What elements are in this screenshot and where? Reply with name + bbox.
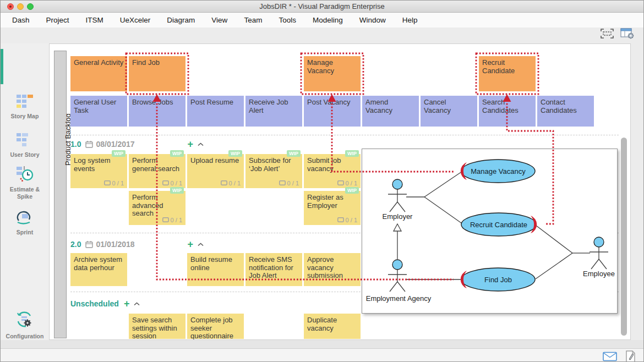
wip-badge: WIP — [112, 150, 125, 157]
menu-bar: Dash Project ITSM UeXceler Diagram View … — [1, 13, 643, 28]
sidebar-item-sprint[interactable]: Sprint — [1, 209, 49, 236]
task-card[interactable]: Browse Jobs — [129, 96, 185, 127]
sprint-1-header: 1.0 08/01/2017 + — [70, 139, 204, 150]
task-card[interactable]: Receive Job Alert — [245, 96, 302, 127]
task-counter: 0 / 1 — [162, 217, 182, 223]
story-card[interactable]: WIP Submit job vacancy 0 / 1 — [304, 154, 361, 188]
story-card[interactable]: WIP Perform advanced search 0 / 1 — [129, 191, 185, 225]
story-card[interactable]: WIP Register as Employer 0 / 1 — [304, 191, 361, 225]
use-case-diagram-panel[interactable]: Manage Vacancy Recruit Candidate Find Jo… — [362, 149, 618, 314]
menu-tools[interactable]: Tools — [270, 16, 304, 24]
sidebar-item-story-map[interactable]: Story Map — [1, 94, 49, 120]
vertical-scrollbar[interactable] — [621, 138, 627, 336]
sprint-number: 2.0 — [70, 240, 81, 249]
task-card[interactable]: Post Resume — [187, 96, 244, 127]
active-item-indicator — [1, 49, 3, 84]
menu-uexceler[interactable]: UeXceler — [112, 16, 159, 24]
window-properties-icon[interactable] — [620, 28, 635, 39]
story-card[interactable]: Build resume online — [187, 253, 244, 286]
task-counter: 0 / 1 — [104, 180, 124, 187]
menu-dash[interactable]: Dash — [4, 16, 38, 24]
task-counter: 0 / 1 — [337, 217, 357, 223]
user-story-icon — [15, 133, 34, 147]
menu-window[interactable]: Window — [351, 16, 394, 24]
story-card[interactable]: Archive system data perhour — [70, 253, 127, 286]
collapse-caret-icon[interactable] — [198, 142, 204, 146]
configuration-icon — [14, 310, 35, 329]
collapse-caret-icon[interactable] — [198, 243, 204, 246]
story-card[interactable]: Receive SMS notification for Job Alert — [245, 253, 302, 286]
story-card[interactable]: Approve vacancy submission — [304, 253, 361, 286]
wip-badge: WIP — [170, 150, 184, 157]
task-card[interactable]: General User Task — [70, 96, 127, 127]
bottom-strip — [1, 340, 643, 348]
unscheduled-header: Unscheduled + — [70, 298, 140, 309]
mail-icon[interactable] — [603, 352, 617, 361]
story-card[interactable]: Save search settings within session — [129, 314, 185, 339]
sprint-2-header: 2.0 01/01/2018 + — [70, 239, 204, 250]
add-story-button[interactable]: + — [188, 240, 194, 248]
wip-badge: WIP — [287, 150, 301, 157]
sidebar-item-estimate-spike[interactable]: Estimate & Spike — [1, 166, 49, 200]
activity-card-recruit-candidate[interactable]: Recruit Candidate — [479, 56, 536, 91]
menu-diagram[interactable]: Diagram — [159, 16, 203, 24]
story-card[interactable]: WIP Log system events 0 / 1 — [70, 154, 127, 188]
wip-badge: WIP — [170, 187, 184, 194]
sidebar-item-user-story[interactable]: User Story — [1, 133, 49, 158]
add-story-button[interactable]: + — [124, 300, 130, 308]
task-counter: 0 / 1 — [279, 180, 299, 187]
sprint-date: 01/01/2018 — [96, 240, 134, 249]
status-bar — [1, 348, 643, 362]
sidebar: Story Map User Story Estimate & Spike — [1, 43, 49, 341]
svg-text:Employment Agency: Employment Agency — [366, 294, 432, 303]
title-bar: JobsDIR * - Visual Paradigm Enterprise — [1, 1, 643, 13]
menu-project[interactable]: Project — [38, 16, 78, 24]
wip-badge: WIP — [345, 187, 359, 194]
sprint-date: 08/01/2017 — [96, 140, 134, 149]
svg-text:Employee: Employee — [583, 270, 615, 278]
window-title: JobsDIR * - Visual Paradigm Enterprise — [1, 2, 643, 10]
story-map-icon — [15, 94, 34, 109]
actor-employment-agency[interactable] — [388, 260, 407, 292]
task-counter: 0 / 1 — [337, 180, 357, 187]
task-counter: 0 / 1 — [221, 180, 241, 187]
calendar-icon — [85, 240, 93, 248]
sprint-separator — [70, 135, 619, 135]
svg-text:Find Job: Find Job — [484, 276, 512, 284]
task-card[interactable]: Contact Candidates — [537, 96, 594, 127]
fit-frame-icon[interactable] — [601, 29, 614, 39]
menu-itsm[interactable]: ITSM — [78, 16, 112, 24]
product-backlog-strip[interactable]: Product Backlog — [54, 51, 67, 338]
application-window: JobsDIR * - Visual Paradigm Enterprise D… — [0, 0, 644, 362]
menu-team[interactable]: Team — [236, 16, 270, 24]
story-card[interactable]: Complete job seeker questionnaire — [187, 314, 244, 339]
actor-employer[interactable] — [388, 179, 407, 212]
task-counter: 0 / 1 — [162, 180, 182, 187]
story-card[interactable]: WIP Perform general search 0 / 1 — [129, 154, 185, 188]
story-map-canvas: Product Backlog General Activity Find Jo… — [49, 43, 631, 340]
estimate-spike-icon — [15, 166, 35, 182]
sprint-number: Unscheduled — [70, 299, 119, 308]
story-card[interactable]: WIP Subscribe for ‘Job Alert’ 0 / 1 — [245, 154, 302, 188]
add-story-button[interactable]: + — [188, 140, 194, 148]
menu-view[interactable]: View — [203, 16, 236, 24]
activity-card-find-job[interactable]: Find Job — [129, 56, 185, 91]
sprint-icon — [15, 209, 35, 225]
activity-card-manage-vacancy[interactable]: Manage Vacancy — [304, 56, 361, 91]
svg-text:Employer: Employer — [383, 212, 413, 221]
activity-card-general-activity[interactable]: General Activity — [70, 56, 127, 91]
story-card[interactable]: Duplicate vacancy — [304, 314, 361, 339]
story-card[interactable]: WIP Upload resume 0 / 1 — [187, 154, 244, 188]
collapse-caret-icon[interactable] — [134, 302, 140, 306]
task-card[interactable]: Amend Vacancy — [362, 96, 419, 127]
sidebar-item-configuration[interactable]: Configuration — [1, 310, 49, 340]
task-card[interactable]: Post Vacancy — [304, 96, 361, 127]
wip-badge: WIP — [228, 150, 242, 157]
menu-help[interactable]: Help — [394, 16, 426, 24]
svg-text:Recruit Candidate: Recruit Candidate — [470, 221, 527, 229]
task-card[interactable]: Cancel Vacancy — [421, 96, 477, 127]
task-card[interactable]: Search Candidates — [479, 96, 536, 127]
actor-employee[interactable] — [590, 237, 608, 269]
edit-document-icon[interactable] — [626, 350, 636, 362]
menu-modeling[interactable]: Modeling — [304, 16, 351, 24]
